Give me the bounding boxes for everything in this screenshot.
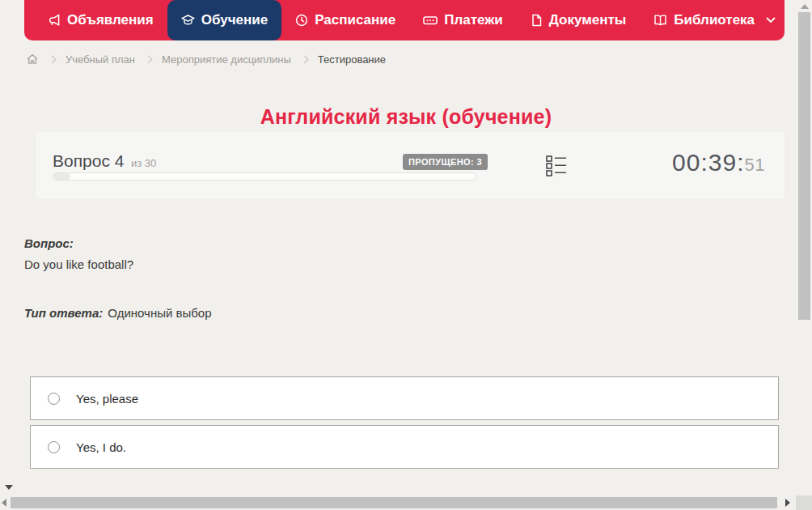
nav-item-schedule[interactable]: Расписание <box>281 0 409 40</box>
breadcrumb-current-testing: Тестирование <box>318 53 386 66</box>
nav-item-label: Обучение <box>201 12 268 28</box>
breadcrumb-link-discipline-event[interactable]: Мероприятие дисциплины <box>162 53 291 66</box>
nav-item-announcements[interactable]: Объявления <box>34 0 167 40</box>
clock-icon <box>295 14 308 27</box>
quiz-header-panel: Вопрос 4 из 30 ПРОПУЩЕНО: 3 00:39:51 <box>36 132 785 198</box>
answer-option-label: Yes, I do. <box>76 440 126 454</box>
answer-option-2[interactable]: Yes, I do. <box>30 425 779 469</box>
nav-item-label: Расписание <box>315 12 395 28</box>
vertical-scrollbar-thumb[interactable] <box>798 12 810 320</box>
chevron-right-icon <box>49 55 57 63</box>
nav-item-label: Библиотека <box>674 12 755 28</box>
home-icon[interactable] <box>26 53 39 66</box>
document-icon <box>531 14 543 27</box>
vertical-scrollbar[interactable] <box>796 0 812 495</box>
question-total: из 30 <box>131 157 156 169</box>
question-counter: Вопрос 4 из 30 <box>53 151 156 171</box>
book-icon <box>653 14 667 27</box>
progress-bar <box>53 172 476 181</box>
scrollbar-corner <box>796 495 812 510</box>
timer-seconds: 51 <box>745 155 765 175</box>
answer-option-label: Yes, please <box>76 392 138 406</box>
chevron-right-icon <box>145 55 153 63</box>
answer-type-value: Одиночный выбор <box>108 306 211 320</box>
horizontal-scrollbar-thumb[interactable] <box>11 497 777 508</box>
scroll-down-arrow-icon[interactable] <box>5 485 13 490</box>
nav-item-payments[interactable]: Платежи <box>409 0 517 40</box>
nav-item-training[interactable]: Обучение <box>167 0 281 40</box>
megaphone-icon <box>48 14 61 27</box>
timer-minutes: 00:39: <box>672 149 744 176</box>
breadcrumb-link-study-plan[interactable]: Учебный план <box>66 53 135 66</box>
graduation-cap-icon <box>181 14 195 27</box>
question-text: Do you like football? <box>24 257 133 271</box>
page-title: Английский язык (обучение) <box>0 105 812 129</box>
top-navigation-bar: Объявления Обучение Расписание Платежи Д… <box>24 0 785 40</box>
question-list-icon[interactable] <box>546 155 567 176</box>
question-number: Вопрос 4 <box>53 151 124 170</box>
timer: 00:39:51 <box>672 149 765 176</box>
answer-option-1[interactable]: Yes, please <box>30 376 779 420</box>
question-label: Вопрос: <box>24 236 74 250</box>
scroll-up-arrow-icon[interactable] <box>801 4 809 9</box>
chevron-down-icon <box>766 17 776 23</box>
chevron-right-icon <box>300 55 308 63</box>
nav-item-label: Объявления <box>67 12 154 28</box>
nav-item-documents[interactable]: Документы <box>517 0 641 40</box>
banknote-icon <box>423 14 438 27</box>
radio-button[interactable] <box>48 393 60 405</box>
radio-button[interactable] <box>48 441 60 453</box>
breadcrumb: Учебный план Мероприятие дисциплины Тест… <box>26 50 386 68</box>
answer-type-label: Тип ответа: <box>24 306 103 320</box>
nav-item-library[interactable]: Библиотека <box>640 0 789 40</box>
horizontal-scrollbar[interactable] <box>0 495 796 510</box>
nav-item-label: Документы <box>549 12 627 28</box>
skipped-badge: ПРОПУЩЕНО: 3 <box>403 154 488 170</box>
progress-fill <box>53 173 70 180</box>
nav-item-label: Платежи <box>444 12 503 28</box>
scroll-left-arrow-icon[interactable] <box>2 499 6 507</box>
answer-type-row: Тип ответа:Одиночный выбор <box>24 306 212 320</box>
scroll-right-arrow-icon[interactable] <box>785 499 790 507</box>
